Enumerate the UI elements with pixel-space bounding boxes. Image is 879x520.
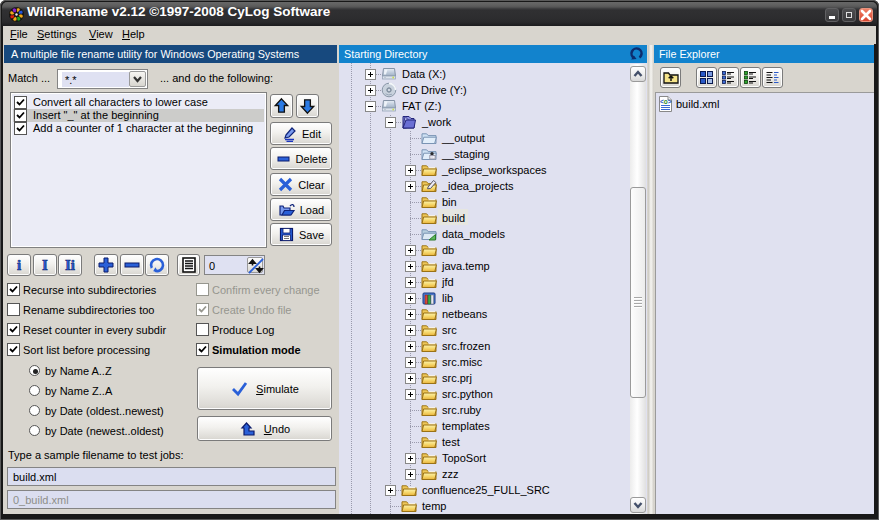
svg-text:<o>: <o> bbox=[660, 98, 672, 105]
